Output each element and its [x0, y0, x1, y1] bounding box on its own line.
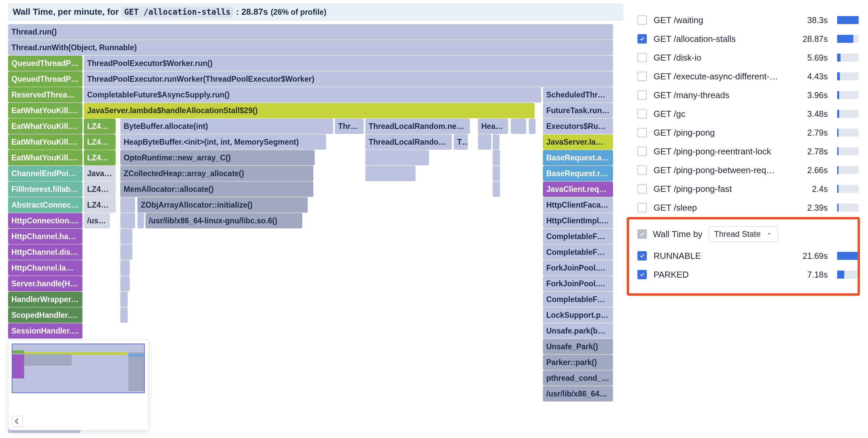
flame-frame[interactable]: FillInterest.fillabl… — [8, 181, 83, 197]
flame-frame[interactable]: ChannelEndPoin… — [8, 166, 83, 181]
flame-frame[interactable]: CompletableFut… — [543, 244, 613, 260]
flame-frame[interactable] — [120, 244, 132, 260]
flame-frame[interactable]: HeapByteBuffer.<init>(int, int, MemorySe… — [120, 134, 326, 150]
checkbox[interactable] — [638, 53, 647, 62]
flame-frame[interactable] — [493, 166, 500, 181]
flame-frame[interactable]: LZ4JN… — [84, 150, 116, 165]
checkbox[interactable] — [638, 147, 647, 156]
flame-frame[interactable] — [137, 213, 144, 228]
flame-frame[interactable]: Unsafe_Park() — [543, 339, 613, 354]
flame-frame[interactable]: AbstractConnect… — [8, 197, 83, 213]
flame-frame[interactable] — [529, 119, 535, 134]
flame-frame[interactable]: /usr/lib/x86_64-linux-gnu/libc.so.6() — [146, 213, 302, 228]
flame-frame[interactable]: T… — [454, 134, 468, 150]
flame-frame[interactable]: EatWhatYouKill.r… — [8, 150, 83, 165]
endpoint-row[interactable]: GET /execute-async-different-…4.43s — [638, 67, 859, 86]
flame-frame[interactable] — [120, 276, 130, 291]
flame-frame[interactable]: Thre… — [335, 119, 364, 134]
flame-frame[interactable] — [120, 292, 128, 307]
minimap[interactable] — [8, 340, 149, 430]
flame-frame[interactable]: EatWhatYouKill.d… — [8, 134, 83, 150]
flame-frame[interactable]: HttpConnection.… — [8, 213, 83, 228]
flame-frame[interactable]: pthread_cond_w… — [543, 370, 613, 386]
flame-frame[interactable]: HttpChannel.dis… — [8, 244, 83, 260]
endpoint-row[interactable]: GET /ping-pong-fast2.4s — [638, 179, 859, 198]
checkbox[interactable] — [638, 251, 647, 261]
checkbox[interactable] — [638, 128, 647, 137]
flame-frame[interactable] — [493, 150, 500, 165]
flame-frame[interactable]: ScheduledThrea… — [543, 87, 613, 102]
flame-frame[interactable]: CompletableFut… — [543, 292, 613, 307]
flame-frame[interactable] — [120, 307, 128, 323]
flame-frame[interactable]: ByteBuffer.allocate(int) — [120, 119, 333, 134]
flame-frame[interactable]: Parker::park() — [543, 355, 613, 370]
checkbox[interactable] — [638, 184, 647, 194]
flame-frame[interactable]: JavaServer.lambda$handleAllocationStall$… — [84, 103, 534, 118]
flame-frame[interactable]: ZCollectedHeap::array_allocate() — [120, 166, 313, 181]
checkbox[interactable] — [638, 109, 647, 119]
flame-frame[interactable]: Thread.run() — [8, 24, 613, 39]
flame-frame[interactable]: SessionHandler.… — [8, 323, 83, 339]
flame-frame[interactable]: Java_… — [84, 166, 116, 181]
flame-frame[interactable]: ZObjArrayAllocator::initialize() — [137, 197, 308, 213]
checkbox[interactable] — [638, 270, 647, 279]
flame-frame[interactable] — [511, 119, 518, 134]
flame-frame[interactable]: JavaClient.reque… — [543, 181, 613, 197]
checkbox[interactable] — [638, 165, 647, 175]
checkbox[interactable] — [638, 15, 647, 25]
flame-frame[interactable] — [120, 229, 132, 244]
flame-frame[interactable] — [365, 166, 415, 181]
flame-frame[interactable]: Heap… — [478, 119, 508, 134]
flame-frame[interactable]: OptoRuntime::new_array_C() — [120, 150, 315, 165]
flame-frame[interactable]: LZ4C… — [84, 119, 116, 134]
flame-frame[interactable]: QueuedThreadP… — [8, 71, 83, 87]
flame-frame[interactable]: ScopedHandler.h… — [8, 307, 83, 323]
minimap-canvas[interactable] — [12, 344, 145, 393]
flame-frame[interactable]: QueuedThreadP… — [8, 56, 83, 71]
flame-frame[interactable] — [478, 134, 491, 150]
endpoint-row[interactable]: GET /ping-pong2.79s — [638, 123, 859, 142]
checkbox[interactable] — [638, 72, 647, 81]
flame-frame[interactable] — [493, 134, 499, 150]
flame-frame[interactable]: ThreadPoolExecutor$Worker.run() — [84, 56, 613, 71]
endpoint-row[interactable]: GET /gc3.48s — [638, 104, 859, 123]
flame-frame[interactable]: Server.handle(Ht… — [8, 276, 83, 291]
flame-frame[interactable]: EatWhatYouKill.r… — [8, 103, 83, 118]
endpoint-row[interactable]: GET /waiting38.3s — [638, 11, 859, 30]
flame-frame[interactable]: BaseRequest.as… — [543, 150, 613, 165]
flame-frame[interactable]: ThreadPoolExecutor.runWorker(ThreadPoolE… — [84, 71, 613, 87]
flame-frame[interactable]: BaseRequest.req… — [543, 166, 613, 181]
flame-frame[interactable]: Thread.runWith(Object, Runnable) — [8, 40, 613, 55]
flame-frame[interactable]: FutureTask.runA… — [543, 103, 613, 118]
endpoint-row[interactable]: PARKED7.18s — [638, 265, 859, 284]
endpoint-row[interactable]: GET /ping-pong-reentrant-lock2.78s — [638, 142, 859, 161]
flame-frame[interactable]: HttpClientFacad… — [543, 197, 613, 213]
flame-frame[interactable]: ThreadLocalRandom.nextI… — [365, 119, 470, 134]
flame-frame[interactable]: CompletableFut… — [543, 229, 613, 244]
flame-frame[interactable] — [120, 197, 135, 213]
flame-frame[interactable] — [518, 119, 526, 134]
flame-frame[interactable]: LZ4JN… — [84, 134, 116, 150]
flame-frame[interactable]: LZ4_c… — [84, 181, 116, 197]
checkbox[interactable] — [638, 203, 647, 212]
walltime-checkbox[interactable] — [638, 229, 647, 239]
flame-frame[interactable]: Executors$Runn… — [543, 119, 613, 134]
endpoint-row[interactable]: GET /sleep2.39s — [638, 198, 859, 217]
flame-frame[interactable]: CompletableFuture$AsyncSupply.run() — [84, 87, 541, 102]
flame-frame[interactable]: JavaServer.lamb… — [543, 134, 613, 150]
flame-frame[interactable] — [120, 260, 130, 276]
endpoint-row[interactable]: RUNNABLE21.69s — [638, 246, 859, 265]
endpoint-row[interactable]: GET /ping-pong-between-req…2.66s — [638, 161, 859, 179]
flame-frame[interactable] — [493, 181, 500, 197]
flame-frame[interactable] — [120, 213, 135, 228]
flame-frame[interactable]: ForkJoinPool.ma… — [543, 260, 613, 276]
flame-frame[interactable]: HttpChannel.ha… — [8, 229, 83, 244]
flame-frame[interactable]: LockSupport.par… — [543, 307, 613, 323]
flame-frame[interactable]: ReservedThread… — [8, 87, 83, 102]
checkbox[interactable] — [638, 91, 647, 100]
flame-frame[interactable]: HttpClientImpl.s… — [543, 213, 613, 228]
checkbox[interactable] — [638, 34, 647, 43]
endpoint-row[interactable]: GET /allocation-stalls28.87s — [638, 30, 859, 48]
flame-frame[interactable]: Unsafe.park(boo… — [543, 323, 613, 339]
flame-frame[interactable]: MemAllocator::allocate() — [120, 181, 313, 197]
